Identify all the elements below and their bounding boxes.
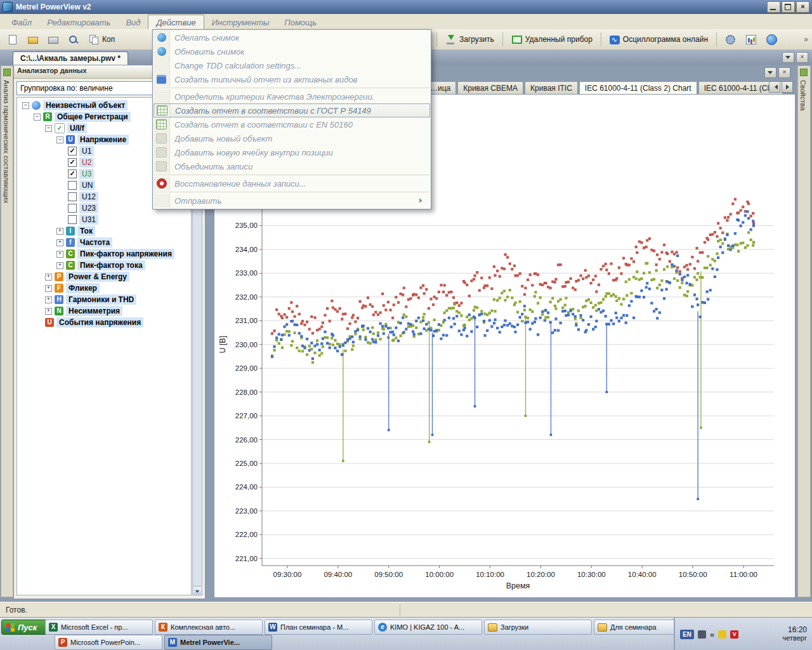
harmonics-icon (55, 295, 63, 304)
menu-item-1[interactable]: Редактировать (39, 15, 118, 29)
action-menu-item-2[interactable]: Change TDD calculation settings... (154, 58, 430, 72)
expander-plus-icon[interactable]: + (56, 239, 63, 246)
tree-item-17[interactable]: +Гармоники и THD (17, 294, 191, 305)
gear-button[interactable] (722, 32, 739, 46)
tab-list-dropdown-icon[interactable] (782, 52, 794, 63)
toolbar-button-3[interactable] (65, 32, 82, 46)
clock: 16:20 четверг (783, 626, 808, 642)
close-document-icon[interactable]: × (796, 52, 808, 63)
toolbar-button-1[interactable] (24, 32, 41, 46)
expander-minus-icon[interactable]: − (56, 136, 63, 143)
toolbar-action-0[interactable]: Загрузить (442, 32, 497, 46)
chart-tab-2[interactable]: Кривая ITIC (525, 81, 578, 94)
maximize-button[interactable] (782, 1, 795, 13)
keyboard-icon[interactable] (698, 630, 706, 639)
tree-item-18[interactable]: +Несимметрия (17, 305, 191, 317)
toolbar-button-0[interactable] (4, 32, 21, 46)
checkbox[interactable] (68, 192, 77, 201)
action-menu-item-9[interactable]: Добавить новую ячейку внутри позиции (154, 145, 430, 159)
expander-minus-icon[interactable]: − (45, 125, 52, 132)
task-button-microsoft-excel-пр-[interactable]: Microsoft Excel - пр... (45, 620, 153, 635)
tree-item-14[interactable]: +Пик-фактор тока (17, 260, 191, 271)
properties-panel-label: Свойства (798, 77, 808, 113)
expander-plus-icon[interactable]: + (56, 262, 63, 269)
web-button[interactable] (763, 32, 780, 47)
toolbar-action-2[interactable]: Осциллограмма онлайн (606, 33, 711, 46)
chart-menu-dropdown-icon[interactable] (764, 67, 776, 78)
action-menu-item-5[interactable]: Определить критерии Качества Электроэнер… (154, 90, 430, 103)
task-button-microsoft-powerpoin-[interactable]: Microsoft PowerPoin... (55, 635, 162, 650)
start-button[interactable]: Пуск (1, 620, 52, 635)
task-button-metrel-powervie-[interactable]: Metrel PowerVie... (164, 635, 272, 650)
copy-button[interactable]: Коп (85, 32, 118, 46)
expander-plus-icon[interactable]: + (45, 308, 52, 315)
tree-item-label: Фликер (66, 283, 100, 293)
toolbar-action-group: ЗагрузитьУдаленный приборОсциллограмма о… (435, 29, 780, 50)
antivirus-icon[interactable] (730, 630, 738, 639)
chart-close-icon[interactable]: × (778, 67, 790, 78)
menu-item-3[interactable]: Действие (148, 15, 204, 29)
action-menu-item-14[interactable]: Отправить (154, 194, 430, 208)
expander-minus-icon[interactable]: − (34, 114, 41, 121)
toolbar-overflow-chevron-icon[interactable]: » (804, 35, 808, 44)
tree-item-label: Неизвестный объект (43, 100, 128, 110)
checkbox[interactable]: ✓ (68, 169, 77, 178)
checkbox[interactable]: ✓ (68, 147, 77, 156)
minimize-button[interactable] (767, 1, 780, 13)
chart-button[interactable] (743, 32, 759, 46)
tree-item-13[interactable]: +Пик-фактор напряжения (17, 248, 191, 260)
expander-plus-icon[interactable]: + (45, 274, 52, 281)
tab-scroll-left-icon[interactable] (769, 81, 780, 93)
task-button-загрузки[interactable]: Загрузки (484, 620, 592, 635)
tree-item-11[interactable]: +Ток (17, 225, 191, 237)
task-button-план-семинара-m-[interactable]: План семинара - M... (265, 620, 372, 635)
checkbox[interactable] (68, 215, 77, 224)
toolbar-action-1[interactable]: Удаленный прибор (508, 32, 596, 46)
action-menu-item-6[interactable]: Создать отчет в соответствии с ГОСТ Р 54… (154, 103, 430, 117)
harmonics-panel-tab[interactable]: Анализ гармонических составляющих (1, 65, 13, 597)
action-menu-item-8[interactable]: Добавить новый объект (154, 131, 430, 145)
task-button-label: KIMO | KIGAZ 100 - A... (390, 623, 464, 631)
action-menu-item-7[interactable]: Создать отчет в соответствии с EN 50160 (154, 117, 430, 131)
close-button[interactable]: × (796, 1, 809, 13)
menu-item-4[interactable]: Инструменты (204, 15, 277, 29)
toolbar-file-group: Коп (4, 29, 118, 50)
tray-collapse-chevron-icon[interactable]: « (710, 630, 714, 639)
checkbox[interactable]: ✓ (68, 158, 77, 167)
action-menu-item-1[interactable]: Обновить снимок (154, 44, 430, 58)
tree-item-19[interactable]: События напряжения (17, 317, 191, 328)
tree-item-16[interactable]: +Фликер (17, 282, 191, 294)
document-tab[interactable]: C:\...\Акмаль замеры.pwv * (13, 51, 128, 65)
tree-item-label: Напряжение (77, 135, 129, 145)
expander-plus-icon[interactable]: + (56, 228, 63, 235)
checkbox[interactable] (68, 181, 77, 190)
menu-item-0[interactable]: Файл (4, 15, 39, 29)
toolbar-button-2[interactable] (44, 32, 62, 46)
expander-minus-icon[interactable]: − (22, 102, 29, 109)
tree-item-15[interactable]: +Power & Energy (17, 271, 191, 282)
task-button-kimo-kigaz-100-a-[interactable]: KIMO | KIGAZ 100 - A... (374, 620, 482, 635)
task-button-комплексная-авто-[interactable]: Комплексная авто... (155, 620, 263, 635)
folder-icon (598, 623, 607, 632)
chart-tab-3[interactable]: IEC 61000-4-11 (Class 2) Chart (579, 81, 697, 94)
menu-item-2[interactable]: Вид (118, 15, 148, 29)
action-menu-item-0[interactable]: Сделать снимок (154, 30, 430, 44)
properties-panel-tab[interactable]: Свойства (797, 65, 811, 597)
action-menu-item-3[interactable]: Создать типичный отчет из активных видов (154, 72, 430, 86)
expander-plus-icon[interactable]: + (56, 251, 63, 258)
chart-tab-1[interactable]: Кривая СВЕМА (457, 81, 523, 94)
action-menu-item-12[interactable]: Восстановление данных записи... (154, 176, 430, 190)
action-menu-item-10[interactable]: Объединить записи (154, 159, 430, 173)
checkbox[interactable] (68, 204, 77, 213)
language-indicator[interactable]: EN (680, 630, 694, 639)
tab-scroll-right-icon[interactable] (782, 81, 793, 93)
expander-plus-icon[interactable]: + (45, 285, 52, 292)
menu-item-5[interactable]: Помощь (277, 15, 324, 29)
expander-plus-icon[interactable]: + (45, 296, 52, 303)
window-title: Metrel PowerView v2 (16, 3, 91, 11)
scroll-down-icon[interactable] (193, 586, 201, 595)
tree-item-10[interactable]: U31 (17, 214, 191, 225)
tree-item-12[interactable]: +Частота (17, 237, 191, 248)
shield-icon[interactable] (718, 630, 726, 639)
powerpoint-icon (58, 638, 67, 647)
